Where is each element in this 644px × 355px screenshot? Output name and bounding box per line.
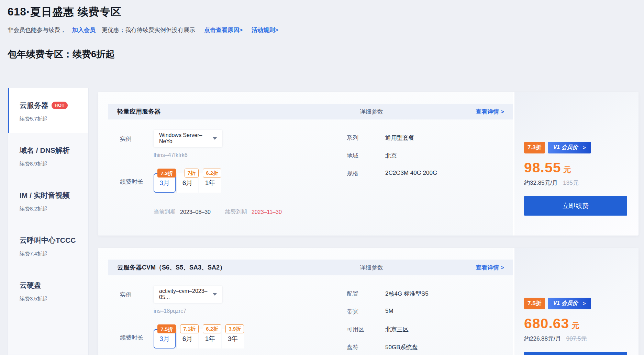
discount-badge: 7.1折 bbox=[180, 324, 199, 333]
discount-badge: 6.2折 bbox=[203, 169, 221, 178]
discount-badge: 7.3折 bbox=[157, 169, 176, 178]
sidebar-item-domain-dns[interactable]: 域名 / DNS解析 续费8.9折起 bbox=[8, 133, 88, 178]
spec-label: 带宽 bbox=[347, 308, 385, 316]
spec-value: 2核4G 标准型S5 bbox=[385, 290, 429, 298]
discount-badge: 7.3折 bbox=[524, 142, 545, 153]
current-expiry-label: 当前到期 bbox=[154, 208, 176, 216]
duration-option-3m[interactable]: 7.3折 3月 bbox=[154, 173, 176, 193]
join-member-link[interactable]: 加入会员 bbox=[72, 26, 96, 34]
duration-option-3y[interactable]: 3.9折 3年 bbox=[222, 329, 244, 348]
section-title: 包年续费专区：续费6折起 bbox=[8, 48, 115, 60]
spec-value: 5M bbox=[385, 308, 393, 316]
member-price-badge[interactable]: V1 会员价 > bbox=[548, 298, 591, 309]
spec-row: 盘符 50GB系统盘 bbox=[347, 343, 504, 351]
instance-label: 实例 bbox=[120, 130, 154, 158]
category-sidebar: 云服务器 HOT 续费5.7折起 域名 / DNS解析 续费8.9折起 IM /… bbox=[8, 88, 89, 355]
card-header: 轻量应用服务器 详细参数 查看详情 > bbox=[108, 104, 513, 119]
sidebar-item-title: 云硬盘 bbox=[20, 280, 41, 290]
spec-row: 规格 2C2G3M 40G 200G bbox=[347, 170, 504, 178]
card-header: 云服务器CVM（S6、S5、SA3、SA2） 详细参数 查看详情 > bbox=[108, 260, 513, 275]
product-card-cvm: 云服务器CVM（S6、S5、SA3、SA2） 详细参数 查看详情 > 实例 ac… bbox=[98, 248, 639, 355]
spec-row: 配置 2核4G 标准型S5 bbox=[347, 290, 504, 298]
sidebar-item-cloud-server[interactable]: 云服务器 HOT 续费5.7折起 bbox=[8, 88, 88, 133]
sidebar-item-subtitle: 续费7.4折起 bbox=[20, 251, 85, 257]
spec-value: 50GB系统盘 bbox=[385, 343, 418, 351]
spec-list: 系列 通用型套餐 地域 北京 规格 2C2G3M 40G 200G bbox=[347, 130, 504, 216]
product-card-lighthouse: 轻量应用服务器 详细参数 查看详情 > 实例 Windows Server–Ne… bbox=[98, 92, 639, 236]
duration-option-6m[interactable]: 7折 6月 bbox=[176, 173, 198, 193]
instance-id: lhins–47fkfrk6 bbox=[154, 152, 222, 158]
chevron-down-icon bbox=[213, 137, 217, 140]
spec-label: 系列 bbox=[347, 134, 385, 142]
spec-value: 通用型套餐 bbox=[385, 134, 414, 142]
activity-rules-link[interactable]: 活动规则> bbox=[252, 26, 278, 34]
member-price-badge[interactable]: V1 会员价 > bbox=[548, 142, 591, 153]
monthly-price: 约32.85元/月 bbox=[524, 179, 558, 187]
instance-select[interactable]: Windows Server–NeYo bbox=[154, 130, 222, 147]
sidebar-item-subtitle: 续费3.5折起 bbox=[20, 296, 85, 302]
original-price: 907.5元 bbox=[566, 335, 587, 343]
price-currency: 元 bbox=[571, 321, 579, 331]
spec-label: 可用区 bbox=[347, 325, 385, 333]
current-expiry-date: 2023–08–30 bbox=[180, 209, 211, 215]
sidebar-item-im-trtc[interactable]: IM / 实时音视频 续费8.2折起 bbox=[8, 178, 88, 223]
renew-expiry-date: 2023–11–30 bbox=[252, 209, 282, 215]
view-detail-link[interactable]: 查看详情 > bbox=[476, 264, 504, 272]
discount-badge: 7折 bbox=[185, 169, 199, 178]
price-panel: 7.3折 V1 会员价 > 98.55 元 约32.85元/月 135元 立即续… bbox=[514, 92, 639, 236]
duration-tabs: 7.5折 3月 7.1折 6月 6.2折 1年 3.9折 bbox=[154, 329, 244, 348]
page-title: 618·夏日盛惠 续费专区 bbox=[8, 5, 122, 19]
member-price-label: V1 会员价 bbox=[553, 300, 578, 307]
detail-params-label: 详细参数 bbox=[360, 108, 383, 116]
instance-id: ins–18pqzrc7 bbox=[154, 308, 222, 314]
original-price: 135元 bbox=[563, 179, 578, 187]
price-panel: 7.5折 V1 会员价 > 680.63 元 约226.88元/月 907.5元… bbox=[514, 248, 639, 355]
price-currency: 元 bbox=[564, 165, 571, 175]
sidebar-item-tccc[interactable]: 云呼叫中心TCCC 续费7.4折起 bbox=[8, 223, 88, 268]
view-detail-link[interactable]: 查看详情 > bbox=[476, 108, 504, 116]
discount-badge: 6.2折 bbox=[203, 324, 221, 333]
detail-params-label: 详细参数 bbox=[360, 264, 383, 272]
spec-label: 配置 bbox=[347, 290, 385, 298]
sidebar-item-subtitle: 续费8.2折起 bbox=[20, 206, 85, 212]
subtitle-prefix: 非会员也能参与续费， bbox=[8, 26, 66, 34]
card-title: 轻量应用服务器 bbox=[117, 107, 360, 116]
card-title: 云服务器CVM（S6、S5、SA3、SA2） bbox=[117, 263, 360, 272]
spec-value: 北京三区 bbox=[385, 325, 409, 333]
duration-option-3m[interactable]: 7.5折 3月 bbox=[154, 329, 176, 348]
renew-now-button[interactable]: 立即续费 bbox=[524, 196, 627, 216]
duration-option-1y[interactable]: 6.2折 1年 bbox=[199, 173, 221, 193]
instance-select[interactable]: activity–cvm–2023–05... bbox=[154, 286, 222, 303]
sidebar-item-title: 云服务器 bbox=[20, 101, 48, 110]
sidebar-item-subtitle: 续费8.9折起 bbox=[20, 161, 85, 167]
duration-option-6m[interactable]: 7.1折 6月 bbox=[176, 329, 198, 348]
sidebar-item-title: IM / 实时音视频 bbox=[20, 191, 70, 200]
spec-value: 北京 bbox=[385, 152, 397, 160]
spec-row: 可用区 北京三区 bbox=[347, 325, 504, 333]
sidebar-item-cloud-disk[interactable]: 云硬盘 续费3.5折起 bbox=[8, 268, 88, 313]
spec-row: 系列 通用型套餐 bbox=[347, 134, 504, 142]
spec-row: 带宽 5M bbox=[347, 308, 504, 316]
duration-tabs: 7.3折 3月 7折 6月 6.2折 1年 bbox=[154, 173, 222, 193]
page-subtitle: 非会员也能参与续费， 加入会员 更优惠；我有待续费实例但没有展示 点击查看原因>… bbox=[8, 26, 278, 34]
instance-select-value: Windows Server–NeYo bbox=[159, 132, 213, 145]
chevron-right-icon: > bbox=[583, 300, 586, 306]
renew-expiry-label: 续费到期 bbox=[225, 208, 247, 216]
renew-now-button[interactable]: 立即续费 bbox=[524, 352, 627, 355]
expiry-dates: 当前到期 2023–08–30 续费到期 2023–11–30 bbox=[154, 208, 347, 216]
member-price-label: V1 会员价 bbox=[553, 144, 578, 151]
spec-label: 盘符 bbox=[347, 343, 385, 351]
monthly-price: 约226.88元/月 bbox=[524, 335, 561, 343]
sidebar-item-title: 域名 / DNS解析 bbox=[20, 146, 70, 155]
spec-list: 配置 2核4G 标准型S5 带宽 5M 可用区 北京三区 盘符 50GB系统盘 bbox=[347, 286, 504, 355]
duration-option-1y[interactable]: 6.2折 1年 bbox=[199, 329, 221, 348]
duration-label: 续费时长 bbox=[120, 173, 154, 193]
spec-value: 2C2G3M 40G 200G bbox=[385, 170, 437, 178]
discount-badge: 3.9折 bbox=[225, 324, 244, 333]
sidebar-item-title: 云呼叫中心TCCC bbox=[20, 236, 76, 245]
instance-label: 实例 bbox=[120, 286, 154, 314]
subtitle-mid: 更优惠；我有待续费实例但没有展示 bbox=[102, 26, 195, 34]
view-reason-link[interactable]: 点击查看原因> bbox=[204, 26, 243, 34]
spec-row: 地域 北京 bbox=[347, 152, 504, 160]
price-value: 680.63 bbox=[524, 316, 569, 332]
